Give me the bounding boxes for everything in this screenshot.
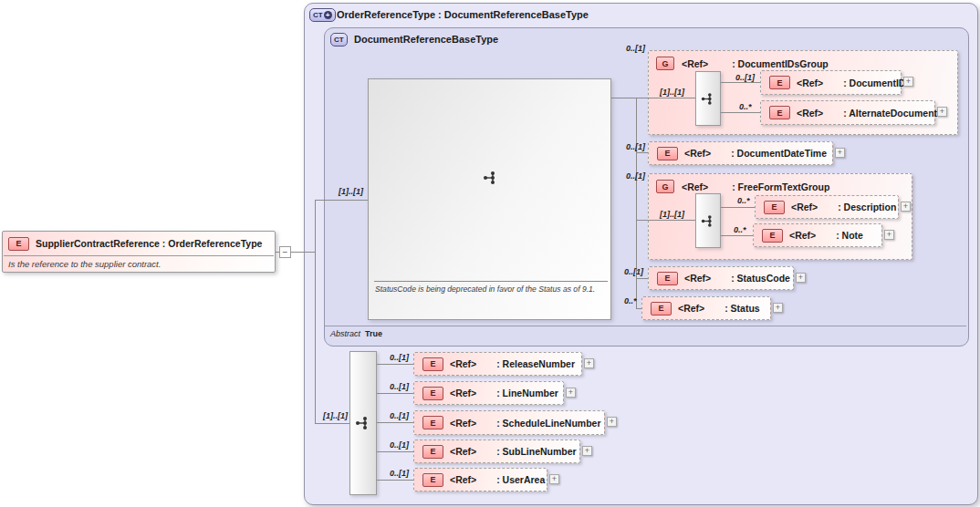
cardinality-label: [1]..[1] (323, 411, 348, 420)
cardinality-label: [1]..[1] (660, 88, 684, 97)
expand-button-schedule-line-number[interactable]: + (607, 417, 617, 427)
base-type-title: DocumentReferenceBaseType (354, 34, 498, 45)
expand-button-line-number[interactable]: + (566, 388, 576, 398)
complextype-extension-badge-icon: + (324, 11, 332, 19)
sequence-icon (482, 171, 500, 189)
element-icon: E (422, 357, 443, 371)
element-icon: E (8, 237, 29, 251)
cardinality-label: 0..* (624, 296, 637, 305)
connector-line (377, 422, 413, 423)
node-status-code[interactable]: E <Ref> : StatusCode (648, 266, 794, 290)
expand-button-sub-line-number[interactable]: + (582, 446, 592, 456)
node-name: : DocumentID (843, 78, 905, 88)
node-document-id[interactable]: E <Ref> : DocumentID (760, 70, 902, 95)
expand-button-document-id[interactable]: + (903, 77, 913, 87)
element-icon: E (651, 302, 672, 316)
connector-line (377, 480, 413, 481)
node-status[interactable]: E <Ref> : Status (641, 296, 771, 320)
cardinality-label: [1]..[1] (339, 187, 363, 196)
connector-line (377, 364, 413, 365)
connector-line (377, 393, 413, 394)
node-name: : LineNumber (496, 388, 558, 398)
ref-label: <Ref> (791, 202, 818, 212)
collapse-button-supplier-contract-reference[interactable]: − (279, 246, 291, 258)
complextype-icon: CT + (309, 8, 336, 22)
abstract-value: True (365, 329, 382, 338)
ref-label: <Ref> (678, 303, 704, 314)
node-name: : DocumentDateTime (731, 148, 827, 159)
cardinality-label: 0..[1] (390, 353, 409, 362)
node-line-number[interactable]: E <Ref> : LineNumber (413, 381, 564, 405)
node-name: : AlternateDocumentID (843, 108, 946, 119)
node-name: : StatusCode (731, 273, 790, 284)
connector-line (315, 423, 349, 424)
expand-button-document-date-time[interactable]: + (835, 148, 845, 158)
abstract-divider (325, 326, 966, 326)
connector-line (636, 278, 648, 279)
cardinality-label: 0..[1] (626, 44, 645, 53)
sequence-bar-document-ids-group[interactable] (695, 71, 721, 126)
cardinality-label: 0..[1] (735, 73, 755, 82)
connector-line (315, 200, 316, 424)
deprecation-note: StatusCode is being deprecated in favor … (375, 285, 595, 294)
ref-label: <Ref> (682, 181, 708, 192)
expand-button-note[interactable]: + (884, 230, 894, 240)
node-user-area[interactable]: E <Ref> : UserArea (413, 468, 547, 491)
ref-label: <Ref> (450, 474, 476, 485)
node-name: : ReleaseNumber (496, 358, 575, 369)
group-icon: G (656, 180, 674, 193)
sequence-icon (354, 416, 372, 430)
cardinality-label: 0..[1] (390, 469, 409, 478)
complextype-icon-label: CT (334, 36, 344, 44)
group-header: G <Ref> : FreeFormTextGroup (649, 174, 912, 193)
cardinality-label: 0..* (734, 225, 746, 234)
schema-diagram: CT + OrderReferenceType : DocumentRefere… (0, 0, 980, 507)
element-icon: E (764, 201, 785, 214)
node-alternate-document-id[interactable]: E <Ref> : AlternateDocumentID (760, 100, 935, 125)
cardinality-label: [1]..[1] (660, 210, 684, 219)
node-release-number[interactable]: E <Ref> : ReleaseNumber (413, 352, 582, 376)
node-supplier-contract-reference[interactable]: E SupplierContractReference : OrderRefer… (2, 231, 276, 273)
node-name: : Status (725, 303, 760, 314)
node-name: : SubLineNumber (496, 446, 577, 457)
cardinality-label: 0..[1] (390, 411, 409, 420)
extension-sequence-bar[interactable] (349, 351, 377, 495)
ref-label: <Ref> (789, 230, 816, 241)
node-document-date-time[interactable]: E <Ref> : DocumentDateTime (648, 141, 833, 165)
sequence-bar-free-form-text-group[interactable] (695, 193, 721, 248)
ref-label: <Ref> (684, 148, 711, 159)
connector-line (315, 200, 368, 201)
node-description[interactable]: E <Ref> : Description (755, 195, 899, 219)
ref-label: <Ref> (797, 78, 823, 88)
group-icon: G (656, 57, 674, 70)
element-icon: E (657, 272, 678, 285)
element-icon: E (769, 106, 790, 119)
connector-line (636, 152, 648, 153)
node-sub-line-number[interactable]: E <Ref> : SubLineNumber (413, 440, 580, 463)
outer-type-title: OrderReferenceType : DocumentReferenceBa… (337, 9, 589, 20)
expand-button-alternate-document-id[interactable]: + (937, 107, 947, 117)
element-icon: E (422, 387, 443, 400)
complextype-icon-label: CT (313, 11, 323, 19)
group-header: G <Ref> : DocumentIDsGroup (649, 51, 957, 70)
expand-button-status-code[interactable]: + (796, 273, 806, 283)
connector-line (636, 308, 641, 309)
expand-button-user-area[interactable]: + (549, 474, 559, 484)
ref-label: <Ref> (684, 273, 711, 284)
ref-label: <Ref> (682, 58, 708, 69)
node-name: : UserArea (496, 474, 545, 485)
node-schedule-line-number[interactable]: E <Ref> : ScheduleLineNumber (413, 410, 605, 435)
expand-button-description[interactable]: + (901, 202, 911, 212)
cardinality-label: 0..* (739, 102, 752, 111)
cardinality-label: 0..* (737, 196, 750, 205)
expand-button-status[interactable]: + (773, 303, 783, 313)
node-note[interactable]: E <Ref> : Note (753, 223, 882, 247)
node-name: : ScheduleLineNumber (496, 418, 600, 429)
connector-line (611, 98, 695, 98)
element-icon: E (657, 147, 678, 160)
ref-label: <Ref> (450, 358, 476, 369)
cardinality-label: 0..[1] (390, 382, 409, 391)
expand-button-release-number[interactable]: + (584, 358, 594, 368)
node-name: : Description (838, 202, 896, 212)
ref-label: <Ref> (450, 388, 476, 398)
